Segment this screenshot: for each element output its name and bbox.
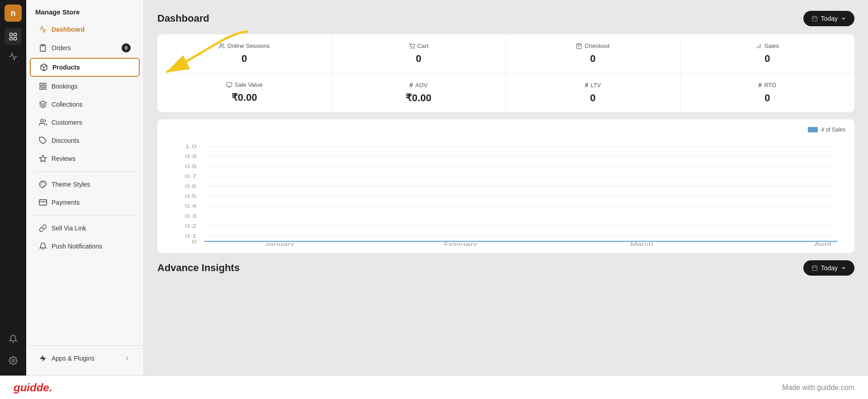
sidebar-item-payments[interactable]: Payments (30, 194, 140, 211)
sidebar-item-reviews[interactable]: Reviews (30, 150, 140, 167)
bottom-bar: guidde. Made with guidde.com (0, 376, 868, 399)
svg-rect-9 (44, 87, 46, 89)
svg-rect-5 (42, 45, 44, 46)
sidebar-item-apps-plugins[interactable]: Apps & Plugins (30, 350, 140, 367)
sidebar: Manage Store Dashboard Orders 0 Products… (26, 0, 144, 376)
svg-text:April: April (815, 241, 831, 246)
main-content: Dashboard Today Online Sessions 0 (144, 0, 868, 376)
chart-area: 1.0 0.9 0.8 0.7 0.6 0.5 0.4 0.3 0.2 0.1 … (166, 137, 845, 246)
sidebar-item-theme-styles[interactable]: Theme Styles (30, 176, 140, 193)
grid-icon (39, 82, 47, 90)
orders-badge: 0 (122, 43, 131, 52)
svg-point-28 (411, 48, 411, 48)
checkout-value: 0 (515, 53, 671, 65)
cart-value: 0 (341, 53, 497, 65)
chevron-down-icon (841, 16, 846, 21)
svg-text:1.0: 1.0 (185, 144, 197, 149)
svg-text:0.6: 0.6 (185, 183, 197, 189)
nav-icon-analytics[interactable] (5, 48, 22, 65)
bolt-icon (39, 354, 47, 362)
clipboard-icon (39, 44, 47, 52)
chevron-right-icon (123, 355, 131, 362)
svg-text:0.7: 0.7 (185, 174, 197, 179)
nav-icon-store[interactable] (5, 28, 22, 45)
stat-cart: Cart 0 (332, 34, 506, 73)
nav-icon-notifications[interactable] (5, 330, 22, 347)
layers-icon (39, 100, 47, 108)
svg-rect-7 (40, 83, 42, 85)
svg-text:0.1: 0.1 (185, 233, 197, 239)
svg-text:0.2: 0.2 (185, 223, 197, 229)
stats-card: Online Sessions 0 Cart 0 Checkout (157, 34, 854, 112)
nav-icon-settings[interactable] (5, 352, 22, 369)
icon-bar: n (0, 0, 26, 376)
dashboard-header: Dashboard Today (157, 11, 854, 26)
sidebar-item-push-notifications[interactable]: Push Notifications (30, 238, 140, 255)
guidde-logo: guidde. (14, 381, 52, 394)
stat-rto: # RTO 0 (680, 73, 855, 112)
svg-point-16 (45, 184, 45, 184)
sidebar-item-sell-via-link[interactable]: Sell Via Link (30, 220, 140, 237)
calendar-icon (811, 15, 818, 22)
advance-insights-header: Advance Insights Today (157, 260, 854, 276)
advance-today-button[interactable]: Today (803, 260, 854, 276)
tag-icon (39, 136, 47, 145)
checkout-icon (576, 43, 582, 49)
sales-chart-container: # of Sales 1.0 0.9 (157, 119, 854, 253)
svg-rect-34 (226, 82, 232, 86)
sidebar-item-orders[interactable]: Orders 0 (30, 39, 140, 57)
advance-calendar-icon (811, 265, 818, 271)
sidebar-item-products[interactable]: Products (30, 58, 140, 77)
box-icon (40, 63, 48, 71)
sidebar-footer: Apps & Plugins (26, 345, 143, 371)
aov-value: ₹0.00 (341, 92, 497, 104)
legend-label-sales: # of Sales (821, 127, 845, 133)
stats-row-2: Sale Value ₹0.00 # AOV ₹0.00 # LTV (157, 73, 854, 112)
sidebar-item-customers[interactable]: Customers (30, 114, 140, 131)
bell-icon (39, 242, 47, 250)
stat-aov: # AOV ₹0.00 (332, 73, 506, 112)
svg-text:0.5: 0.5 (185, 193, 197, 199)
sale-value-icon (226, 82, 232, 88)
palette-icon (39, 180, 47, 188)
svg-rect-2 (10, 38, 13, 40)
svg-rect-19 (39, 200, 47, 205)
sidebar-title: Manage Store (26, 0, 143, 20)
sales-value: 0 (689, 53, 846, 65)
svg-rect-0 (10, 33, 13, 36)
dashboard-title: Dashboard (157, 13, 209, 24)
svg-text:0: 0 (192, 239, 197, 244)
online-sessions-icon (219, 43, 225, 49)
cart-icon (409, 43, 415, 49)
svg-marker-21 (40, 355, 46, 362)
sidebar-item-discounts[interactable]: Discounts (30, 132, 140, 149)
svg-rect-1 (14, 33, 17, 36)
today-button[interactable]: Today (803, 11, 854, 26)
star-icon (39, 155, 47, 163)
svg-point-17 (42, 183, 42, 183)
advance-chevron-down-icon (841, 265, 846, 271)
svg-rect-23 (812, 16, 817, 21)
stat-sales: Sales 0 (680, 34, 855, 73)
credit-card-icon (39, 198, 47, 207)
svg-rect-62 (812, 266, 817, 271)
chart-line-icon (39, 25, 47, 33)
sidebar-item-dashboard[interactable]: Dashboard (30, 21, 140, 38)
sale-value-value: ₹0.00 (166, 92, 322, 103)
svg-point-27 (220, 43, 222, 46)
svg-rect-10 (40, 87, 42, 89)
sidebar-item-collections[interactable]: Collections (30, 96, 140, 113)
sales-icon (755, 43, 762, 49)
stat-sale-value: Sale Value ₹0.00 (157, 73, 332, 112)
svg-text:0.8: 0.8 (185, 164, 197, 169)
rto-value: 0 (689, 92, 846, 104)
chart-svg: 1.0 0.9 0.8 0.7 0.6 0.5 0.4 0.3 0.2 0.1 … (166, 137, 845, 246)
svg-rect-3 (14, 38, 17, 40)
sidebar-item-bookings[interactable]: Bookings (30, 78, 140, 95)
svg-text:February: February (444, 241, 477, 246)
advance-insights-title: Advance Insights (157, 262, 240, 274)
stats-row-1: Online Sessions 0 Cart 0 Checkout (157, 34, 854, 73)
sidebar-divider-1 (33, 171, 136, 172)
svg-point-29 (414, 48, 414, 48)
users-icon (39, 118, 47, 127)
